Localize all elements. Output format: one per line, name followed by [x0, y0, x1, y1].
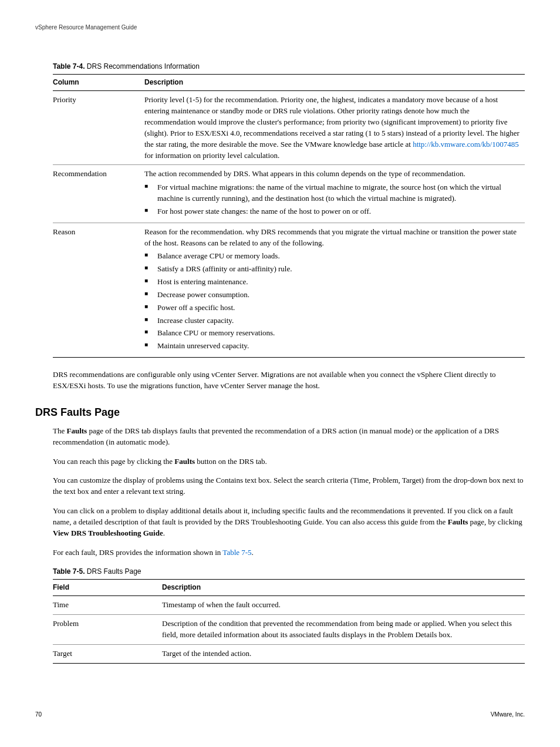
table-row: Priority Priority level (1-5) for the re…: [53, 91, 525, 165]
text: button on the DRS tab.: [195, 457, 267, 466]
cell-time-desc: Timestamp of when the fault occurred.: [162, 596, 525, 615]
recommendation-bullets: For virtual machine migrations: the name…: [144, 182, 521, 217]
paragraph: You can customize the display of problem…: [53, 475, 525, 497]
list-item: For virtual machine migrations: the name…: [144, 182, 521, 204]
cell-recommendation-desc: The action recommended by DRS. What appe…: [144, 165, 525, 223]
list-item: Satisfy a DRS (affinity or anti-affinity…: [144, 264, 521, 275]
text: The action recommended by DRS. What appe…: [144, 169, 465, 178]
list-item: Balance CPU or memory reservations.: [144, 328, 521, 339]
cell-reason-label: Reason: [53, 223, 144, 357]
table-7-5-caption: Table 7-5. DRS Faults Page: [53, 567, 525, 577]
table-number: Table 7-5.: [53, 567, 85, 576]
bold-text: View DRS Troubleshooting Guide: [53, 529, 163, 537]
table-row: Target Target of the intended action.: [53, 644, 525, 663]
th-description: Description: [144, 74, 525, 90]
th-field: Field: [53, 579, 162, 595]
cell-problem-label: Problem: [53, 615, 162, 645]
th-description: Description: [162, 579, 525, 595]
page-number: 70: [35, 711, 42, 719]
table-number: Table 7-4.: [53, 62, 85, 70]
table-row: Reason Reason for the recommendation. wh…: [53, 223, 525, 357]
reason-bullets: Balance average CPU or memory loads. Sat…: [144, 251, 521, 352]
footer-company: VMware, Inc.: [491, 711, 525, 719]
text: You can reach this page by clicking the: [53, 457, 174, 466]
th-column: Column: [53, 74, 144, 90]
running-header: vSphere Resource Management Guide: [35, 23, 525, 32]
cell-time-label: Time: [53, 596, 162, 615]
cell-reason-desc: Reason for the recommendation. why DRS r…: [144, 223, 525, 357]
paragraph: For each fault, DRS provides the informa…: [53, 547, 525, 558]
text: .: [163, 529, 165, 537]
list-item: Increase cluster capacity.: [144, 315, 521, 327]
bold-text: Faults: [66, 426, 87, 435]
text: .: [252, 548, 254, 557]
section-heading-drs-faults: DRS Faults Page: [35, 405, 525, 420]
page-content: Table 7-4. DRS Recommendations Informati…: [53, 62, 525, 664]
list-item: Decrease power consumption.: [144, 290, 521, 301]
paragraph: DRS recommendations are configurable onl…: [53, 369, 525, 392]
table-row: Problem Description of the condition tha…: [53, 615, 525, 645]
text: for information on priority level calcul…: [144, 151, 279, 160]
page-footer: 70 VMware, Inc.: [35, 711, 525, 719]
table-row: Recommendation The action recommended by…: [53, 165, 525, 223]
list-item: For host power state changes: the name o…: [144, 206, 521, 217]
list-item: Host is entering maintenance.: [144, 277, 521, 288]
text: The: [53, 426, 66, 435]
paragraph: You can reach this page by clicking the …: [53, 456, 525, 467]
list-item: Maintain unreserved capacity.: [144, 341, 521, 352]
cell-priority-label: Priority: [53, 91, 144, 165]
text: page of the DRS tab displays faults that…: [53, 426, 499, 446]
cell-recommendation-label: Recommendation: [53, 165, 144, 223]
list-item: Balance average CPU or memory loads.: [144, 251, 521, 262]
cell-target-desc: Target of the intended action.: [162, 644, 525, 663]
table-title: DRS Recommendations Information: [87, 62, 200, 70]
table-7-4-caption: Table 7-4. DRS Recommendations Informati…: [53, 62, 525, 72]
bold-text: Faults: [174, 457, 195, 466]
bold-text: Faults: [448, 517, 468, 526]
table-drs-recommendations: Column Description Priority Priority lev…: [53, 74, 525, 358]
table-row: Time Timestamp of when the fault occurre…: [53, 596, 525, 615]
table-title: DRS Faults Page: [87, 567, 141, 576]
cell-target-label: Target: [53, 644, 162, 663]
paragraph: The Faults page of the DRS tab displays …: [53, 426, 525, 448]
text: For each fault, DRS provides the informa…: [53, 548, 222, 557]
table-drs-faults: Field Description Time Timestamp of when…: [53, 579, 525, 664]
list-item: Power off a specific host.: [144, 302, 521, 314]
text: page, by clicking: [468, 517, 522, 526]
paragraph: You can click on a problem to display ad…: [53, 506, 525, 539]
cell-priority-desc: Priority level (1-5) for the recommendat…: [144, 91, 525, 165]
table-7-5-link[interactable]: Table 7-5: [222, 548, 251, 557]
kb-link[interactable]: http://kb.vmware.com/kb/1007485: [413, 140, 519, 149]
cell-problem-desc: Description of the condition that preven…: [162, 615, 525, 645]
text: Reason for the recommendation. why DRS r…: [144, 227, 517, 247]
text: You can click on a problem to display ad…: [53, 506, 513, 526]
